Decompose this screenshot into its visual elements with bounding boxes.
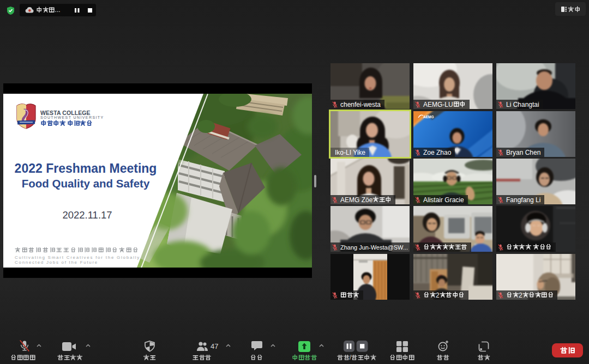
svg-text:AEMG: AEMG — [423, 115, 434, 119]
